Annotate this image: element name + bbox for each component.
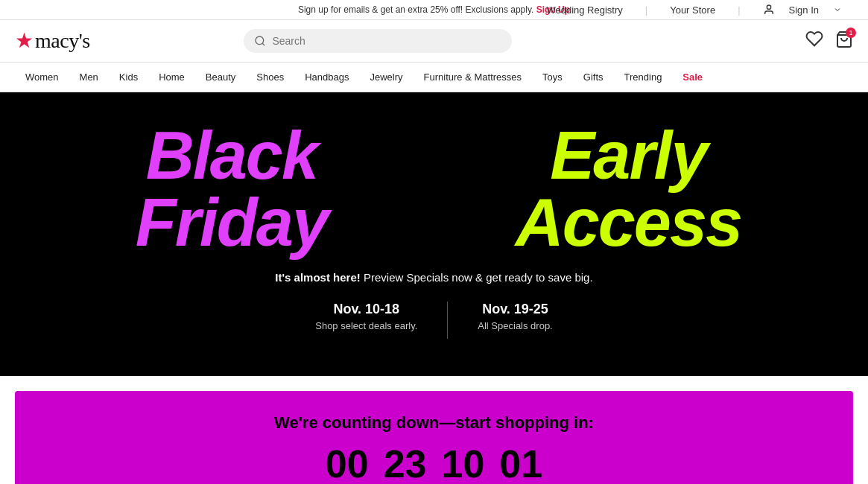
timer-days-value: 00 [326,445,369,483]
wishlist-button[interactable] [805,30,823,52]
hero-title-part2: Early Access [434,122,823,256]
hero-title: Black Friday Early Access [45,122,823,256]
sign-in-link[interactable]: Sign In [752,4,853,16]
timer-seconds: 01 Sec. [499,445,542,484]
hero-banner: Black Friday Early Access It's almost he… [0,92,868,376]
date1-desc: Shop select deals early. [315,320,417,331]
main-nav: Women Men Kids Home Beauty Shoes Handbag… [0,63,868,92]
nav-item-kids[interactable]: Kids [109,63,148,92]
date1-title: Nov. 10-18 [315,302,417,317]
timer-hours: 23 Hours [384,445,427,484]
hero-dates: Nov. 10-18 Shop select deals early. Nov.… [45,302,823,339]
svg-point-1 [256,36,264,45]
countdown-box: We're counting down—start shopping in: 0… [15,391,853,484]
user-icon [763,4,775,16]
divider-1: | [634,4,659,16]
nav-item-jewelry[interactable]: Jewelry [359,63,413,92]
nav-item-beauty[interactable]: Beauty [195,63,246,92]
bag-button[interactable]: 1 [835,31,853,51]
nav-item-furniture[interactable]: Furniture & Mattresses [414,63,533,92]
countdown-section: We're counting down—start shopping in: 0… [0,376,868,484]
sign-in-label: Sign In [778,4,830,16]
top-banner: Sign up for emails & get an extra 25% of… [0,0,868,20]
date-block-1: Nov. 10-18 Shop select deals early. [285,302,447,331]
timer-days: 00 Days [326,445,369,484]
hero-subtitle: It's almost here! Preview Specials now &… [45,271,823,284]
wedding-registry-link[interactable]: Wedding Registry [535,4,633,16]
svg-line-2 [262,43,264,45]
bag-badge: 1 [846,28,856,38]
countdown-title: We're counting down—start shopping in: [45,413,823,433]
search-icon [254,35,266,47]
nav-item-toys[interactable]: Toys [532,63,573,92]
nav-item-gifts[interactable]: Gifts [573,63,614,92]
search-input[interactable] [272,35,501,47]
nav-item-sale[interactable]: Sale [672,63,713,92]
date-block-2: Nov. 19-25 All Specials drop. [448,302,582,331]
nav-item-home[interactable]: Home [148,63,195,92]
timer-seconds-value: 01 [499,445,542,483]
nav-item-women[interactable]: Women [15,63,69,92]
timer-minutes-value: 10 [442,445,485,483]
chevron-down-icon [833,5,842,14]
heart-icon [805,30,823,48]
divider-2: | [726,4,751,16]
nav-item-shoes[interactable]: Shoes [246,63,294,92]
logo[interactable]: ★ macy's [15,29,90,53]
svg-point-0 [767,5,770,9]
hero-subtitle-bold: It's almost here! [275,271,360,284]
date2-title: Nov. 19-25 [478,302,552,317]
search-container [244,29,512,53]
nav-item-men[interactable]: Men [69,63,109,92]
countdown-timer: 00 Days 23 Hours 10 Min. 01 Sec. [45,445,823,484]
nav-item-handbags[interactable]: Handbags [294,63,359,92]
search-box [244,29,512,53]
hero-subtitle-rest: Preview Specials now & get ready to save… [364,271,593,284]
top-nav-links: Wedding Registry | Your Store | Sign In [535,4,853,16]
logo-star: ★ [15,31,34,51]
promo-text: Sign up for emails & get an extra 25% of… [298,4,533,15]
your-store-link[interactable]: Your Store [659,4,726,16]
timer-hours-value: 23 [384,445,427,483]
timer-minutes: 10 Min. [442,445,485,484]
hero-title-part1: Black Friday [45,122,419,256]
header: ★ macy's 1 [0,20,868,63]
header-icons: 1 [805,30,853,52]
nav-item-trending[interactable]: Trending [614,63,673,92]
date2-desc: All Specials drop. [478,320,552,331]
logo-text: macy's [35,29,90,53]
